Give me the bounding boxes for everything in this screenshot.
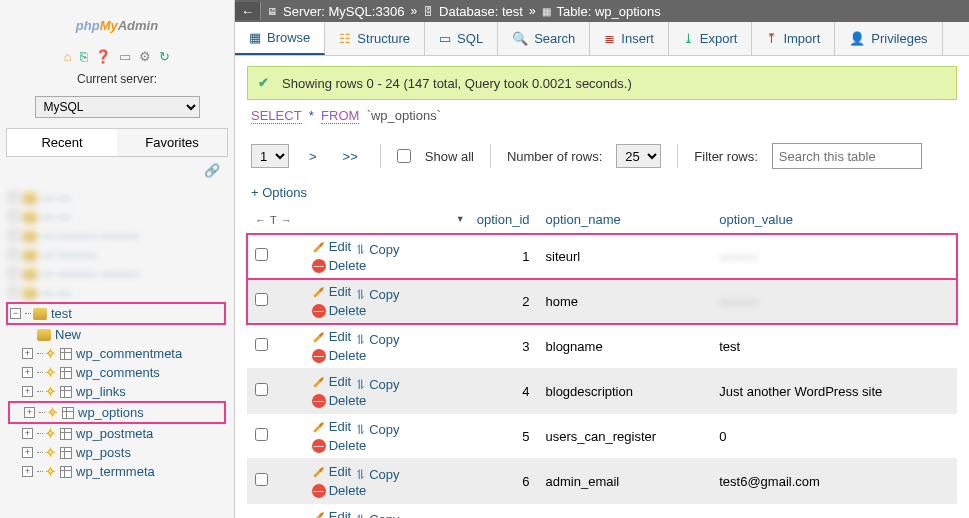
row-checkbox[interactable] [255,293,268,306]
tree-table-wp_options[interactable]: +✧wp_options [8,401,226,424]
pencil-icon [309,237,329,257]
tree-db-test[interactable]: − test [6,302,226,325]
server-select[interactable]: MySQL [35,96,200,118]
pencil-icon [309,282,329,302]
edit-button[interactable]: Edit [312,374,351,389]
tree-new[interactable]: New [8,325,226,344]
home-icon[interactable]: ⌂ [64,49,72,64]
favorite-icon[interactable]: ✧ [45,445,56,460]
tab-favorites[interactable]: Favorites [117,129,227,156]
edit-button[interactable]: Edit [312,239,351,254]
copy-button[interactable]: ⥮Copy [355,512,399,519]
showall-checkbox[interactable] [397,149,411,163]
favorite-icon[interactable]: ✧ [45,346,56,361]
delete-button[interactable]: —Delete [312,258,367,273]
tree-table-wp_links[interactable]: +✧wp_links [8,382,226,401]
page-select[interactable]: 1 [251,144,289,168]
copy-button[interactable]: ⥮Copy [355,467,399,482]
tree-item-hidden[interactable]: +— — [8,207,226,226]
expand-icon[interactable]: + [22,466,33,477]
tree-table-wp_termmeta[interactable]: +✧wp_termmeta [8,462,226,481]
favorite-icon[interactable]: ✧ [45,464,56,479]
copy-button[interactable]: ⥮Copy [355,377,399,392]
delete-button[interactable]: —Delete [312,438,367,453]
favorite-icon[interactable]: ✧ [47,405,58,420]
delete-icon: — [312,259,326,273]
col-option-name[interactable]: option_name [538,206,712,234]
favorite-icon[interactable]: ✧ [45,426,56,441]
options-toggle[interactable]: + Options [247,181,957,204]
tree-item-hidden[interactable]: +— ——— ——— [8,226,226,245]
delete-button[interactable]: —Delete [312,303,367,318]
sql-icon[interactable]: ▭ [119,49,131,64]
tree-table-wp_posts[interactable]: +✧wp_posts [8,443,226,462]
numrows-select[interactable]: 25 [616,144,661,168]
tab-import[interactable]: ⤒Import [752,22,835,55]
row-checkbox[interactable] [255,248,268,261]
tab-insert[interactable]: ≣Insert [590,22,669,55]
filter-input[interactable] [772,143,922,169]
copy-button[interactable]: ⥮Copy [355,287,399,302]
bc-database[interactable]: Database: test [439,4,523,19]
edit-button[interactable]: Edit [312,464,351,479]
tree-item-hidden[interactable]: +— — [8,188,226,207]
tab-search[interactable]: 🔍Search [498,22,590,55]
bc-server[interactable]: Server: MySQL:3306 [283,4,404,19]
favorite-icon[interactable]: ✧ [45,365,56,380]
edit-button[interactable]: Edit [312,284,351,299]
col-reorder-icon[interactable]: ←T→ [255,214,296,226]
tree-table-wp_commentmeta[interactable]: +✧wp_commentmeta [8,344,226,363]
top-tabs: ▦Browse ☷Structure ▭SQL 🔍Search ≣Insert … [235,22,969,56]
edit-button[interactable]: Edit [312,419,351,434]
col-option-value[interactable]: option_value [711,206,957,234]
tab-privileges[interactable]: 👤Privileges [835,22,942,55]
row-checkbox[interactable] [255,428,268,441]
tree-table-wp_comments[interactable]: +✧wp_comments [8,363,226,382]
copy-icon: ⥮ [355,332,366,347]
copy-button[interactable]: ⥮Copy [355,332,399,347]
copy-button[interactable]: ⥮Copy [355,242,399,257]
delete-button[interactable]: —Delete [312,348,367,363]
tab-structure[interactable]: ☷Structure [325,22,425,55]
favorite-icon[interactable]: ✧ [45,384,56,399]
cell-option-id: 7 [469,504,538,519]
logout-icon[interactable]: ⎘ [80,49,88,64]
nav-left-icon[interactable]: ← [235,2,261,20]
tab-browse[interactable]: ▦Browse [235,22,325,55]
link-icon[interactable]: 🔗 [0,157,234,184]
bc-table[interactable]: Table: wp_options [557,4,661,19]
expand-icon[interactable]: + [22,447,33,458]
edit-button[interactable]: Edit [312,509,351,518]
reload-icon[interactable]: ↻ [159,49,170,64]
expand-icon[interactable]: + [22,348,33,359]
cell-option-name: users_can_register [538,414,712,459]
tree-item-hidden[interactable]: +— ——— ——— [8,264,226,283]
delete-button[interactable]: —Delete [312,393,367,408]
collapse-icon[interactable]: − [10,308,21,319]
delete-button[interactable]: —Delete [312,483,367,498]
tree-item-hidden[interactable]: +— ——— [8,245,226,264]
logo[interactable]: phpMyAdmin [0,0,234,44]
tree-item-hidden[interactable]: +— — [8,283,226,302]
tab-sql[interactable]: ▭SQL [425,22,498,55]
table-icon [60,367,72,379]
sort-icon[interactable]: ▼ [456,214,465,224]
tab-export[interactable]: ⤓Export [669,22,753,55]
expand-icon[interactable]: + [22,367,33,378]
copy-button[interactable]: ⥮Copy [355,422,399,437]
tab-recent[interactable]: Recent [7,129,117,156]
docs-icon[interactable]: ❓ [95,49,111,64]
expand-icon[interactable]: + [22,428,33,439]
next-page[interactable]: > [303,149,323,164]
delete-icon: — [312,349,326,363]
edit-button[interactable]: Edit [312,329,351,344]
expand-icon[interactable]: + [24,407,35,418]
row-checkbox[interactable] [255,338,268,351]
expand-icon[interactable]: + [22,386,33,397]
tree-table-wp_postmeta[interactable]: +✧wp_postmeta [8,424,226,443]
row-checkbox[interactable] [255,473,268,486]
row-checkbox[interactable] [255,383,268,396]
last-page[interactable]: >> [337,149,364,164]
settings-icon[interactable]: ⚙ [139,49,151,64]
col-option-id[interactable]: option_id [469,206,538,234]
